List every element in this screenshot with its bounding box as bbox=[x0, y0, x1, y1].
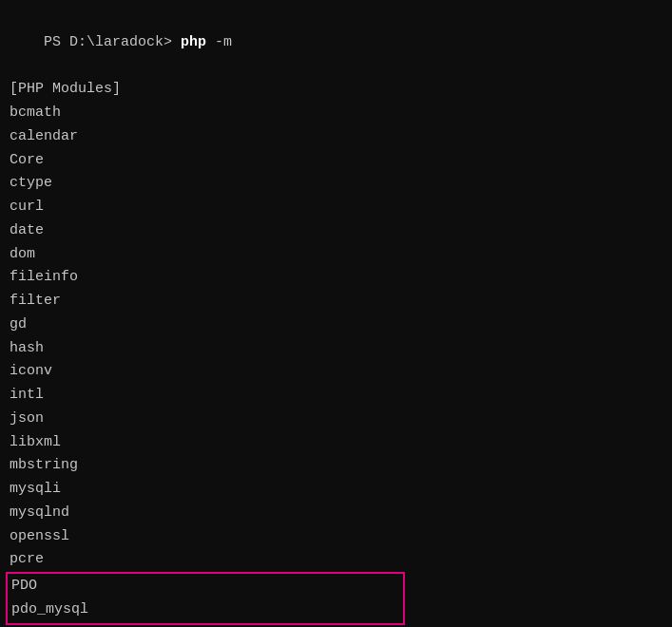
pdo-highlight-section: PDO pdo_mysql bbox=[6, 572, 405, 625]
list-item-pdo: PDO bbox=[11, 575, 399, 598]
list-item: fileinfo bbox=[10, 266, 662, 290]
module-list: bcmath calendar Core ctype curl date dom… bbox=[10, 102, 662, 627]
list-item: dom bbox=[10, 243, 662, 267]
list-item: mysqli bbox=[10, 478, 662, 502]
php-modules-header: [PHP Modules] bbox=[10, 78, 662, 102]
list-item: pcre bbox=[10, 548, 662, 572]
list-item: calendar bbox=[10, 125, 662, 149]
list-item: intl bbox=[10, 384, 662, 408]
list-item: openssl bbox=[10, 525, 662, 549]
list-item: filter bbox=[10, 290, 662, 314]
list-item: hash bbox=[10, 337, 662, 361]
list-item: Core bbox=[10, 149, 662, 173]
prompt-line: PS D:\laradock> php -m bbox=[10, 8, 662, 78]
prompt-text: PS D:\laradock> bbox=[44, 34, 181, 50]
list-item: curl bbox=[10, 196, 662, 219]
list-item: gd bbox=[10, 314, 662, 337]
list-item: iconv bbox=[10, 360, 662, 384]
list-item: bcmath bbox=[10, 102, 662, 125]
list-item: mysqlnd bbox=[10, 502, 662, 525]
list-item: ctype bbox=[10, 172, 662, 196]
list-item-pdo-mysql: pdo_mysql bbox=[11, 598, 399, 622]
terminal-window: PS D:\laradock> php -m [PHP Modules] bcm… bbox=[0, 0, 672, 627]
list-item: mbstring bbox=[10, 454, 662, 478]
list-item: libxml bbox=[10, 431, 662, 455]
command-php: php bbox=[181, 34, 206, 50]
list-item: date bbox=[10, 219, 662, 243]
list-item: json bbox=[10, 408, 662, 431]
command-args: -m bbox=[206, 34, 232, 50]
